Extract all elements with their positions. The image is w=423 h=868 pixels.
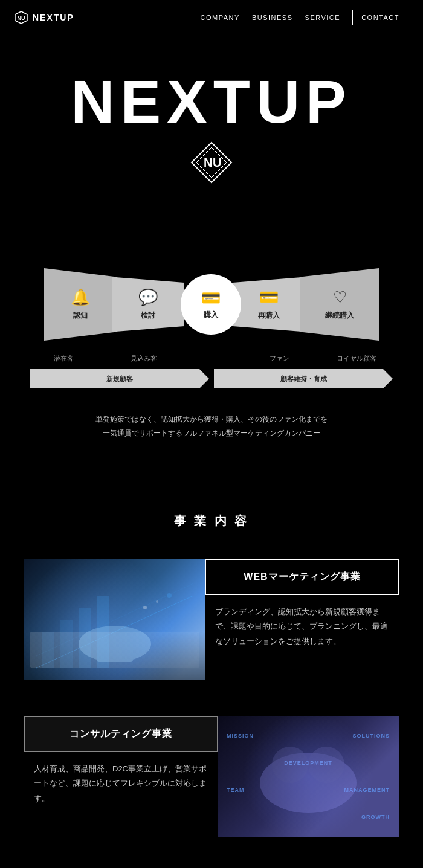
purchase-icon: 💳 xyxy=(201,289,221,307)
business-section-title: 事 業 内 容 xyxy=(0,513,423,529)
funnel-desc-line2: 一気通貫でサポートするフルファネル型マーケティングカンパニー xyxy=(24,426,399,440)
sublabel-latent: 潜在客 xyxy=(30,354,97,363)
loyal-icon: ♡ xyxy=(333,288,347,307)
funnel-desc-line1: 単発施策ではなく、認知拡大から獲得・購入、その後のファン化までを xyxy=(24,413,399,426)
svg-point-15 xyxy=(79,626,151,662)
consulting-image-graphic: MISSION SOLUTIONS DEVELOPMENT TEAM MANAG… xyxy=(218,716,399,837)
consulting-card: コンサルティング事業 人材育成、商品開発、D2C事業立上げ、営業サポートなど、課… xyxy=(0,716,423,837)
nav-company[interactable]: COMPANY xyxy=(201,14,240,21)
funnel-segment-loyal: ♡ 継続購入 xyxy=(300,268,379,341)
svg-point-14 xyxy=(167,593,172,598)
svg-line-6 xyxy=(36,596,193,668)
svg-text:NU: NU xyxy=(18,15,25,21)
logo[interactable]: NU NEXTUP xyxy=(15,11,74,24)
sublabel-loyal: ロイヤル顧客 xyxy=(320,354,393,363)
web-marketing-info: WEBマーケティング事業 ブランディング、認知拡大から新規顧客獲得まで、課題や目… xyxy=(205,559,399,649)
svg-rect-11 xyxy=(97,596,109,668)
web-marketing-image xyxy=(24,559,205,680)
svg-rect-8 xyxy=(42,632,54,668)
purchase-label: 購入 xyxy=(204,310,218,320)
funnel-segment-repurchase: 💳 再購入 xyxy=(233,268,305,341)
svg-point-19 xyxy=(308,747,344,783)
logo-icon: NU xyxy=(15,11,28,24)
consideration-label: 検討 xyxy=(141,310,155,321)
funnel-arrows: 新規顧客 顧客維持・育成 xyxy=(24,369,399,388)
new-customer-label: 新規顧客 xyxy=(106,375,133,384)
consulting-info: コンサルティング事業 人材育成、商品開発、D2C事業立上げ、営業サポートなど、課… xyxy=(24,716,218,806)
logo-text: NEXTUP xyxy=(33,13,74,22)
nav-service[interactable]: SERVICE xyxy=(305,14,341,21)
consulting-image: MISSION SOLUTIONS DEVELOPMENT TEAM MANAG… xyxy=(218,716,399,837)
web-marketing-description: ブランディング、認知拡大から新規顧客獲得まで、課題や目的に応じて、プランニングし… xyxy=(205,605,399,649)
funnel-section: 🔔 認知 💬 検討 💳 購入 💳 再購入 ♡ 継続購入 潜在客 見込み客 ファン… xyxy=(0,232,423,465)
new-customer-arrow: 新規顧客 xyxy=(30,369,209,388)
repurchase-label: 再購入 xyxy=(258,310,280,321)
svg-point-18 xyxy=(272,747,308,783)
funnel-segment-awareness: 🔔 認知 xyxy=(44,268,117,341)
consulting-description: 人材育成、商品開発、D2C事業立上げ、営業サポートなど、課題に応じてフレキシブル… xyxy=(24,762,218,806)
awareness-label: 認知 xyxy=(73,310,88,321)
svg-point-13 xyxy=(156,600,158,603)
repurchase-icon: 💳 xyxy=(259,288,279,307)
retention-arrow: 顧客維持・育成 xyxy=(214,369,393,388)
web-image-graphic xyxy=(24,559,205,680)
hero-emblem-icon: N U xyxy=(190,141,233,184)
nav-links: COMPANY BUSINESS SERVICE CONTACT xyxy=(201,10,408,25)
web-marketing-title: WEBマーケティング事業 xyxy=(205,559,399,595)
hero-section: NEXTUP N U xyxy=(0,35,423,232)
consulting-title: コンサルティング事業 xyxy=(24,716,218,752)
funnel-segment-purchase: 💳 購入 xyxy=(181,274,241,335)
navigation: NU NEXTUP COMPANY BUSINESS SERVICE CONTA… xyxy=(0,0,423,35)
svg-text:N: N xyxy=(204,156,212,169)
business-section: 事 業 内 容 xyxy=(0,465,423,868)
retention-label: 顧客維持・育成 xyxy=(280,375,327,384)
sublabel-fan: ファン xyxy=(250,354,310,363)
awareness-icon: 🔔 xyxy=(71,288,90,307)
funnel-diagram: 🔔 認知 💬 検討 💳 購入 💳 再購入 ♡ 継続購入 xyxy=(24,268,399,341)
sublabel-prospect: 見込み客 xyxy=(108,354,180,363)
funnel-segment-consideration: 💬 検討 xyxy=(112,268,184,341)
svg-rect-16 xyxy=(97,632,133,662)
nav-contact-button[interactable]: CONTACT xyxy=(352,10,408,25)
loyal-label: 継続購入 xyxy=(325,310,354,321)
web-marketing-card: WEBマーケティング事業 ブランディング、認知拡大から新規顧客獲得まで、課題や目… xyxy=(0,559,423,680)
svg-text:U: U xyxy=(213,156,221,169)
sublabel-center-spacer xyxy=(190,354,239,363)
hero-title: NEXTUP xyxy=(71,71,352,132)
nav-business[interactable]: BUSINESS xyxy=(252,14,293,21)
funnel-description: 単発施策ではなく、認知拡大から獲得・購入、その後のファン化までを 一気通貫でサポ… xyxy=(24,413,399,440)
consideration-icon: 💬 xyxy=(138,288,158,307)
